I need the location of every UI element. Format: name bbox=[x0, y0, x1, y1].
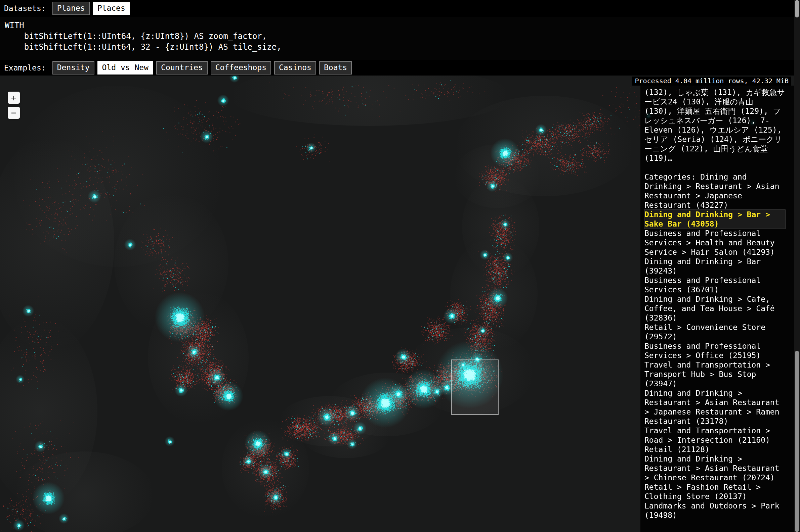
dataset-button-planes[interactable]: Planes bbox=[52, 2, 90, 15]
category-item[interactable]: Business and Professional Services > Hea… bbox=[644, 229, 785, 257]
category-text: Dining and Drinking > Cafe, Coffee, and … bbox=[644, 295, 775, 322]
zoom-in-button[interactable]: + bbox=[8, 92, 20, 104]
category-text: Retail (21128) bbox=[644, 445, 710, 454]
examples-bar: Examples: Density Old vs New Countries C… bbox=[0, 60, 800, 76]
category-text: Travel and Transportation > Transport Hu… bbox=[644, 360, 770, 388]
example-button-boats[interactable]: Boats bbox=[319, 61, 352, 75]
page-scrollbar[interactable] bbox=[794, 0, 800, 532]
category-item[interactable]: Business and Professional Services > Off… bbox=[644, 341, 785, 360]
zoom-control: + − bbox=[8, 92, 20, 119]
category-item[interactable]: Dining and Drinking > Cafe, Coffee, and … bbox=[644, 294, 785, 323]
status-text: Processed 4.04 million rows, 42.32 MiB bbox=[632, 77, 791, 86]
category-text: Dining and Drinking > Bar > Sake Bar (43… bbox=[644, 210, 770, 228]
category-item[interactable]: Landmarks and Outdoors > Park (19498) bbox=[644, 501, 785, 520]
category-item[interactable]: Retail > Convenience Store (29572) bbox=[644, 323, 785, 341]
example-button-density[interactable]: Density bbox=[52, 61, 94, 75]
category-item[interactable]: Travel and Transportation > Road > Inter… bbox=[644, 426, 785, 445]
query-editor[interactable]: WITH bitShiftLeft(1::UInt64, {z:UInt8}) … bbox=[0, 17, 800, 60]
category-item[interactable]: Dining and Drinking > Bar (39243) bbox=[644, 257, 785, 276]
category-item[interactable]: Retail > Fashion Retail > Clothing Store… bbox=[644, 482, 785, 501]
scrollbar-thumb[interactable] bbox=[795, 351, 799, 532]
category-item[interactable]: Travel and Transportation > Transport Hu… bbox=[644, 360, 785, 388]
selection-box bbox=[451, 360, 498, 415]
category-text: Dining and Drinking > Bar (39243) bbox=[644, 257, 761, 275]
category-item[interactable]: Categories: Dining and Drinking > Restau… bbox=[644, 172, 785, 210]
example-button-coffeeshops[interactable]: Coffeeshops bbox=[211, 61, 271, 75]
zoom-out-button[interactable]: − bbox=[8, 107, 20, 119]
category-item[interactable]: Dining and Drinking > Restaurant > Asian… bbox=[644, 388, 785, 426]
category-item-selected[interactable]: Dining and Drinking > Bar > Sake Bar (43… bbox=[644, 210, 785, 229]
categories-label: Categories: bbox=[644, 172, 700, 181]
examples-label: Examples: bbox=[4, 63, 46, 72]
category-text: Travel and Transportation > Road > Inter… bbox=[644, 426, 770, 444]
category-text: Retail > Fashion Retail > Clothing Store… bbox=[644, 483, 761, 501]
category-item[interactable]: Business and Professional Services (3670… bbox=[644, 276, 785, 294]
dataset-button-places[interactable]: Places bbox=[93, 2, 130, 15]
datasets-bar: Datasets: Planes Places bbox=[0, 0, 800, 17]
category-text: Dining and Drinking > Restaurant > Asian… bbox=[644, 454, 780, 482]
category-text: Dining and Drinking > Restaurant > Asian… bbox=[644, 389, 780, 425]
example-button-countries[interactable]: Countries bbox=[156, 61, 208, 75]
category-text: Business and Professional Services > Hea… bbox=[644, 229, 775, 256]
top-names-text: (132), しゃぶ葉 (131), カギ救急サービス24 (130), 洋服の… bbox=[644, 88, 785, 163]
category-text: Business and Professional Services (3670… bbox=[644, 276, 761, 294]
category-text: Landmarks and Outdoors > Park (19498) bbox=[644, 501, 780, 519]
results-panel: (132), しゃぶ葉 (131), カギ救急サービス24 (130), 洋服の… bbox=[640, 86, 794, 532]
datasets-label: Datasets: bbox=[4, 4, 46, 13]
category-text: Retail > Convenience Store (29572) bbox=[644, 323, 765, 341]
category-item[interactable]: Retail (21128) bbox=[644, 445, 785, 454]
category-text: Business and Professional Services > Off… bbox=[644, 342, 761, 360]
scrollbar-thumb-top[interactable] bbox=[795, 0, 799, 17]
example-button-old-vs-new[interactable]: Old vs New bbox=[97, 61, 153, 75]
category-item[interactable]: Dining and Drinking > Restaurant > Asian… bbox=[644, 454, 785, 482]
map[interactable]: + − Processed 4.04 million rows, 42.32 M… bbox=[0, 76, 800, 532]
example-button-casinos[interactable]: Casinos bbox=[274, 61, 316, 75]
app-root: Datasets: Planes Places WITH bitShiftLef… bbox=[0, 0, 800, 532]
